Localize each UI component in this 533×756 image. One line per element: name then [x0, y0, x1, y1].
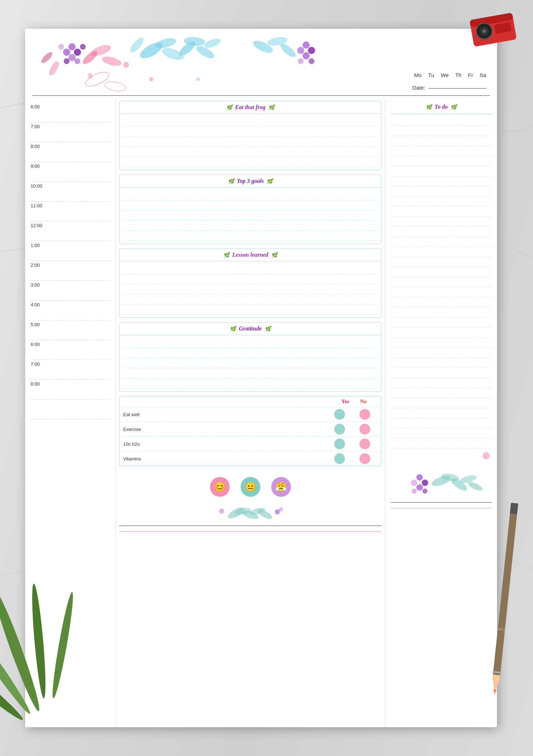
mood-sad[interactable]: 😤 — [271, 477, 291, 497]
svg-point-35 — [89, 42, 113, 58]
svg-point-22 — [183, 36, 206, 46]
svg-point-64 — [411, 480, 417, 486]
eat-that-frog-section: 🌿 Eat that frog 🌿 — [119, 101, 381, 170]
time-label: 6:00 — [31, 104, 47, 109]
habit-water-yes[interactable] — [334, 438, 345, 449]
svg-point-18 — [138, 40, 165, 62]
time-label: 12:00 — [31, 223, 47, 228]
svg-rect-15 — [492, 675, 500, 681]
habit-tracker: Yes No Eat well Exercise 10c h2o — [119, 396, 381, 466]
svg-point-41 — [149, 77, 153, 81]
svg-point-63 — [422, 480, 428, 486]
habit-row-water: 10c h2o — [120, 436, 381, 451]
todo-header: 🌿 To do 🌿 — [391, 101, 492, 114]
svg-point-33 — [80, 44, 86, 50]
time-label: 5:00 — [31, 322, 47, 327]
leaf-teal-left-icon: 🌿 — [223, 252, 229, 258]
todo-title: To do — [435, 104, 448, 110]
svg-point-24 — [194, 44, 216, 60]
day-we: We — [441, 72, 449, 78]
time-slot-100: 1:00 — [31, 241, 110, 261]
lesson-learned-title: Lesson learned — [232, 252, 268, 258]
time-label: 8:00 — [31, 381, 47, 387]
svg-marker-14 — [493, 689, 497, 695]
time-slot-1200: 12:00 — [31, 221, 110, 241]
day-th: Th — [455, 72, 462, 78]
svg-point-44 — [308, 47, 315, 54]
time-label: 6:00 — [31, 342, 47, 347]
top3-goals-section: 🌿 Top 3 goals 🌿 — [119, 175, 381, 244]
time-slot-700: 7:00 — [31, 122, 110, 142]
svg-point-38 — [40, 50, 54, 65]
day-mo: Mo — [414, 72, 422, 78]
habit-vitamins-label: Vitamins — [123, 456, 327, 462]
svg-point-36 — [101, 55, 122, 68]
svg-point-43 — [303, 41, 310, 49]
leaf-teal-right-icon: 🌿 — [271, 252, 277, 258]
top3-goals-title: Top 3 goals — [237, 178, 264, 184]
svg-point-59 — [219, 509, 224, 514]
mood-happy[interactable]: 😊 — [210, 477, 230, 497]
svg-point-51 — [279, 42, 298, 59]
time-slot-1100: 11:00 — [31, 202, 110, 221]
todo-leaf-left: 🌿 — [426, 104, 432, 110]
habit-water-no[interactable] — [359, 438, 370, 449]
time-label: 2:00 — [31, 262, 47, 268]
time-slot-900: 9:00 — [31, 162, 110, 182]
svg-point-42 — [196, 77, 200, 81]
svg-point-39 — [123, 62, 129, 68]
leaf-gratitude-right-icon: 🌿 — [265, 326, 271, 332]
middle-column: 🌿 Eat that frog 🌿 🌿 Top 3 goals 🌿 — [115, 99, 385, 727]
time-label: 8:00 — [31, 144, 47, 149]
svg-point-9 — [49, 591, 76, 699]
svg-point-49 — [251, 38, 275, 55]
habit-yes-label: Yes — [341, 399, 349, 405]
svg-point-20 — [160, 46, 185, 62]
habit-header: Yes No — [120, 396, 381, 407]
mood-row: 😊 😐 😤 — [119, 472, 381, 502]
time-slot-700-pm: 7:00 — [31, 360, 110, 380]
time-slot-1000: 10:00 — [31, 182, 110, 202]
habit-vitamins-yes[interactable] — [334, 453, 345, 464]
habit-row-exercise: Exercise — [120, 422, 381, 436]
day-tu: Tu — [428, 72, 434, 78]
planner-page: Mo Tu We Th Fr Sa Date: 6:00 7:00 8:00 9… — [25, 29, 497, 727]
habit-eat-no[interactable] — [359, 409, 370, 420]
svg-point-46 — [303, 52, 310, 59]
time-label: 9:00 — [31, 163, 47, 169]
eat-that-frog-title: Eat that frog — [235, 104, 265, 111]
habit-vitamins-no[interactable] — [359, 453, 370, 464]
svg-point-61 — [279, 507, 283, 512]
day-sa: Sa — [480, 72, 486, 78]
todo-leaf-right: 🌿 — [451, 104, 457, 110]
time-label: 7:00 — [31, 361, 47, 367]
svg-point-29 — [68, 54, 76, 61]
time-label: 7:00 — [31, 124, 47, 129]
plant-decoration — [0, 540, 94, 756]
time-label: 4:00 — [31, 302, 47, 307]
time-slot-500: 5:00 — [31, 320, 110, 340]
gratitude-section: 🌿 Gratitude 🌿 — [119, 322, 381, 392]
time-label: 10:00 — [31, 183, 47, 189]
mood-neutral[interactable]: 😐 — [241, 477, 260, 497]
svg-point-62 — [416, 474, 423, 481]
svg-point-48 — [298, 58, 304, 64]
habit-exercise-yes[interactable] — [334, 424, 345, 435]
leaf-purple-right-icon: 🌿 — [266, 178, 273, 184]
day-bar: Mo Tu We Th Fr Sa — [414, 72, 486, 78]
time-slot-600: 6:00 — [31, 103, 110, 122]
svg-point-67 — [412, 489, 417, 494]
time-label: 11:00 — [31, 203, 47, 208]
time-slot-600-pm: 6:00 — [31, 340, 110, 360]
svg-point-28 — [74, 49, 81, 56]
gratitude-header: 🌿 Gratitude 🌿 — [120, 323, 381, 335]
habit-row-vitamins: Vitamins — [120, 451, 381, 466]
svg-point-21 — [177, 39, 197, 58]
habit-eat-yes[interactable] — [334, 409, 345, 420]
svg-point-52 — [84, 69, 111, 89]
svg-point-47 — [309, 58, 314, 64]
time-label: 3:00 — [31, 282, 47, 288]
habit-exercise-no[interactable] — [359, 424, 370, 435]
habit-no-label: No — [360, 399, 367, 405]
todo-column: 🌿 To do 🌿 — [385, 99, 497, 727]
